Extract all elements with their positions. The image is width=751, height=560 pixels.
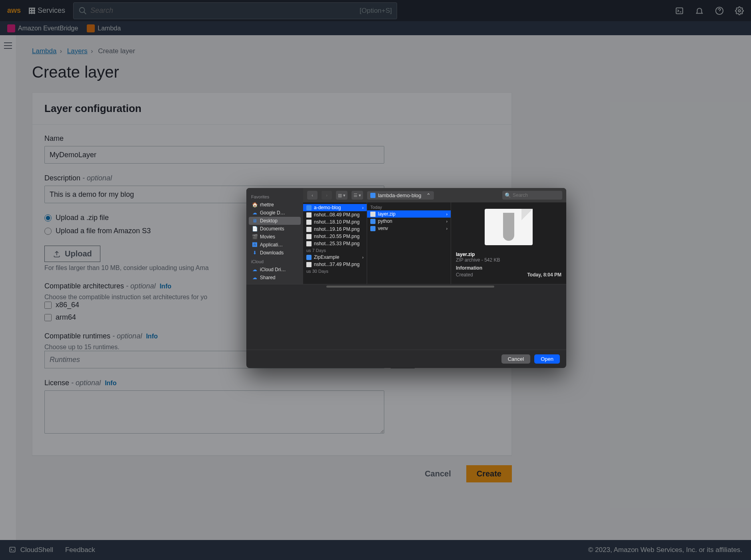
file-item[interactable]: nshot...18.10 PM.png bbox=[303, 218, 367, 226]
folder-icon bbox=[306, 205, 312, 210]
file-icon bbox=[306, 241, 312, 246]
path-selector[interactable]: lambda-demo-blog⌃ bbox=[367, 191, 433, 200]
sidebar-item-icon: 🎬 bbox=[252, 234, 258, 240]
sidebar-item-rhettre[interactable]: 🏠rhettre bbox=[249, 201, 301, 209]
column-group-header: us 30 Days bbox=[303, 268, 367, 274]
sidebar-item-shared[interactable]: ☁Shared bbox=[249, 274, 301, 282]
sidebar-item-documents[interactable]: 📄Documents bbox=[249, 225, 301, 233]
preview-filename: layer.zip bbox=[456, 252, 561, 257]
file-open-button[interactable]: Open bbox=[534, 354, 560, 364]
file-item[interactable]: a-demo-blog› bbox=[303, 204, 367, 211]
file-item[interactable]: nshot...08.49 PM.png bbox=[303, 211, 367, 218]
file-search-input[interactable] bbox=[513, 192, 560, 198]
sidebar-item-downloads[interactable]: ⬇Downloads bbox=[249, 249, 301, 257]
sb-icloud-header: iCloud bbox=[251, 259, 298, 264]
file-item[interactable]: venv› bbox=[367, 225, 451, 232]
file-icon bbox=[306, 212, 312, 218]
folder-icon bbox=[370, 193, 376, 198]
nav-back-button[interactable]: ‹ bbox=[307, 191, 318, 200]
file-picker-dialog: Favorites 🏠rhettre☁Google D…🖥Desktop📄Doc… bbox=[246, 188, 566, 368]
file-item[interactable]: nshot...37.49 PM.png bbox=[303, 261, 367, 268]
file-icon bbox=[306, 234, 312, 239]
preview-subtitle: ZIP archive - 542 KB bbox=[456, 257, 561, 263]
file-item[interactable]: nshot...20.55 PM.png bbox=[303, 233, 367, 240]
view-options-button[interactable]: ☰ ▾ bbox=[352, 191, 363, 200]
sidebar-item-movies[interactable]: 🎬Movies bbox=[249, 233, 301, 241]
chevron-right-icon: › bbox=[362, 206, 364, 210]
file-icon bbox=[370, 212, 376, 217]
sidebar-item-iclouddri[interactable]: ☁iCloud Dri… bbox=[249, 266, 301, 274]
preview-info-header: Information bbox=[456, 265, 561, 271]
file-icon bbox=[306, 227, 312, 232]
folder-icon bbox=[370, 219, 376, 224]
file-item[interactable]: nshot...19.16 PM.png bbox=[303, 226, 367, 233]
sidebar-item-icon: 🖥 bbox=[252, 218, 258, 224]
sidebar-item-googled[interactable]: ☁Google D… bbox=[249, 209, 301, 217]
cloud-icon: ☁ bbox=[252, 275, 258, 280]
sidebar-item-icon: 🏠 bbox=[252, 202, 258, 208]
zip-file-icon: ZIP bbox=[485, 209, 533, 245]
view-columns-button[interactable]: ▥ ▾ bbox=[336, 191, 348, 200]
file-item[interactable]: nshot...25.33 PM.png bbox=[303, 240, 367, 247]
file-cancel-button[interactable]: Cancel bbox=[501, 354, 530, 364]
sb-favorites-header: Favorites bbox=[251, 194, 298, 199]
sidebar-item-icon: ☁ bbox=[252, 210, 258, 216]
chevron-right-icon: › bbox=[446, 212, 447, 216]
nav-forward-button: › bbox=[322, 191, 332, 200]
folder-icon bbox=[370, 226, 376, 231]
file-icon bbox=[306, 262, 312, 267]
file-item[interactable]: layer.zip› bbox=[367, 210, 451, 218]
file-column-2: Todaylayer.zip›python›venv› bbox=[367, 202, 451, 284]
chevron-right-icon: › bbox=[446, 219, 447, 224]
column-group-header: Today bbox=[367, 204, 451, 210]
sidebar-item-applicati[interactable]: 🅰Applicati… bbox=[249, 241, 301, 249]
cloud-icon: ☁ bbox=[252, 267, 258, 272]
horizontal-scrollbar[interactable] bbox=[246, 284, 566, 288]
file-preview: ZIP layer.zip ZIP archive - 542 KB Infor… bbox=[451, 202, 566, 284]
file-item[interactable]: ZipExample› bbox=[303, 254, 367, 261]
file-icon bbox=[306, 220, 312, 225]
folder-icon bbox=[306, 255, 312, 260]
sidebar-item-desktop[interactable]: 🖥Desktop bbox=[249, 217, 301, 225]
sidebar-item-icon: ⬇ bbox=[252, 250, 258, 256]
file-picker-sidebar: Favorites 🏠rhettre☁Google D…🖥Desktop📄Doc… bbox=[246, 188, 303, 284]
file-search[interactable]: 🔍 bbox=[502, 191, 562, 200]
sidebar-item-icon: 📄 bbox=[252, 226, 258, 232]
sidebar-item-icon: 🅰 bbox=[252, 242, 258, 248]
file-item[interactable]: python› bbox=[367, 218, 451, 225]
file-column-1: a-demo-blog›nshot...08.49 PM.pngnshot...… bbox=[303, 202, 367, 284]
chevron-right-icon: › bbox=[446, 226, 447, 231]
file-picker-toolbar: ‹ › ▥ ▾ ☰ ▾ lambda-demo-blog⌃ 🔍 bbox=[303, 188, 566, 202]
search-icon: 🔍 bbox=[505, 192, 511, 198]
column-group-header: us 7 Days bbox=[303, 247, 367, 254]
